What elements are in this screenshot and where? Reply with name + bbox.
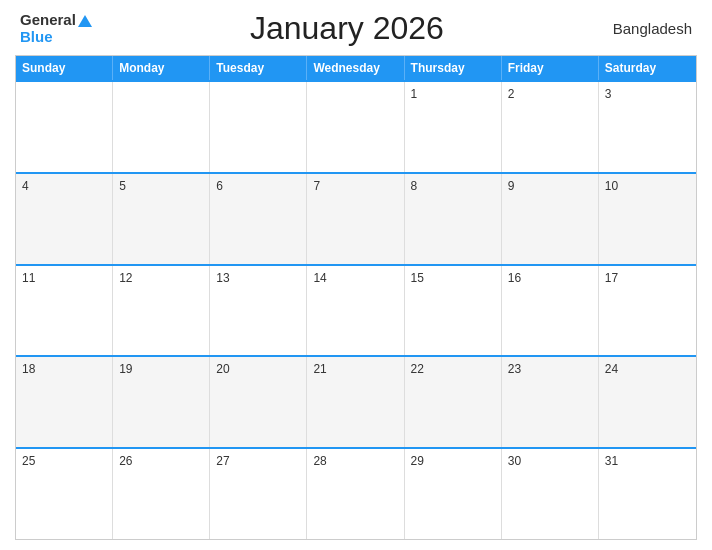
day-number: 7 bbox=[313, 179, 320, 193]
day-cell: 24 bbox=[599, 357, 696, 447]
day-cell: 20 bbox=[210, 357, 307, 447]
day-number: 9 bbox=[508, 179, 515, 193]
day-cell: 30 bbox=[502, 449, 599, 539]
day-cell bbox=[16, 82, 113, 172]
day-number: 29 bbox=[411, 454, 424, 468]
calendar-grid: Sunday Monday Tuesday Wednesday Thursday… bbox=[15, 55, 697, 540]
day-number: 1 bbox=[411, 87, 418, 101]
day-cell: 23 bbox=[502, 357, 599, 447]
day-number: 2 bbox=[508, 87, 515, 101]
week-row: 123 bbox=[16, 80, 696, 172]
header-monday: Monday bbox=[113, 56, 210, 80]
week-row: 45678910 bbox=[16, 172, 696, 264]
logo-triangle-icon bbox=[78, 15, 92, 27]
logo: General Blue bbox=[20, 12, 92, 45]
weeks-container: 1234567891011121314151617181920212223242… bbox=[16, 80, 696, 539]
week-row: 18192021222324 bbox=[16, 355, 696, 447]
logo-general-text: General bbox=[20, 12, 92, 29]
day-number: 25 bbox=[22, 454, 35, 468]
header-tuesday: Tuesday bbox=[210, 56, 307, 80]
day-cell: 19 bbox=[113, 357, 210, 447]
day-cell: 27 bbox=[210, 449, 307, 539]
day-cell: 15 bbox=[405, 266, 502, 356]
day-number: 16 bbox=[508, 271, 521, 285]
day-number: 28 bbox=[313, 454, 326, 468]
day-cell: 31 bbox=[599, 449, 696, 539]
day-number: 4 bbox=[22, 179, 29, 193]
day-number: 26 bbox=[119, 454, 132, 468]
day-number: 20 bbox=[216, 362, 229, 376]
day-number: 15 bbox=[411, 271, 424, 285]
day-number: 11 bbox=[22, 271, 35, 285]
header-wednesday: Wednesday bbox=[307, 56, 404, 80]
day-number: 18 bbox=[22, 362, 35, 376]
logo-blue-text: Blue bbox=[20, 29, 53, 46]
country-label: Bangladesh bbox=[602, 20, 692, 37]
day-cell: 29 bbox=[405, 449, 502, 539]
day-cell: 14 bbox=[307, 266, 404, 356]
day-cell: 2 bbox=[502, 82, 599, 172]
day-cell: 8 bbox=[405, 174, 502, 264]
day-number: 14 bbox=[313, 271, 326, 285]
day-cell bbox=[210, 82, 307, 172]
day-cell: 12 bbox=[113, 266, 210, 356]
day-headers-row: Sunday Monday Tuesday Wednesday Thursday… bbox=[16, 56, 696, 80]
day-cell: 25 bbox=[16, 449, 113, 539]
day-number: 6 bbox=[216, 179, 223, 193]
calendar-container: General Blue January 2026 Bangladesh Sun… bbox=[0, 0, 712, 550]
day-cell: 13 bbox=[210, 266, 307, 356]
day-number: 23 bbox=[508, 362, 521, 376]
day-cell: 6 bbox=[210, 174, 307, 264]
day-cell: 10 bbox=[599, 174, 696, 264]
day-number: 12 bbox=[119, 271, 132, 285]
header-saturday: Saturday bbox=[599, 56, 696, 80]
calendar-header: General Blue January 2026 Bangladesh bbox=[15, 10, 697, 47]
day-cell: 18 bbox=[16, 357, 113, 447]
calendar-title: January 2026 bbox=[92, 10, 602, 47]
day-cell: 9 bbox=[502, 174, 599, 264]
day-number: 8 bbox=[411, 179, 418, 193]
day-cell: 22 bbox=[405, 357, 502, 447]
day-number: 27 bbox=[216, 454, 229, 468]
day-number: 22 bbox=[411, 362, 424, 376]
day-cell: 4 bbox=[16, 174, 113, 264]
header-thursday: Thursday bbox=[405, 56, 502, 80]
day-number: 17 bbox=[605, 271, 618, 285]
header-friday: Friday bbox=[502, 56, 599, 80]
day-number: 21 bbox=[313, 362, 326, 376]
day-number: 19 bbox=[119, 362, 132, 376]
day-number: 13 bbox=[216, 271, 229, 285]
day-cell: 11 bbox=[16, 266, 113, 356]
day-number: 5 bbox=[119, 179, 126, 193]
day-number: 3 bbox=[605, 87, 612, 101]
day-number: 24 bbox=[605, 362, 618, 376]
day-cell: 17 bbox=[599, 266, 696, 356]
day-number: 10 bbox=[605, 179, 618, 193]
week-row: 11121314151617 bbox=[16, 264, 696, 356]
header-sunday: Sunday bbox=[16, 56, 113, 80]
day-cell: 7 bbox=[307, 174, 404, 264]
day-cell: 21 bbox=[307, 357, 404, 447]
day-cell: 16 bbox=[502, 266, 599, 356]
week-row: 25262728293031 bbox=[16, 447, 696, 539]
day-cell: 1 bbox=[405, 82, 502, 172]
day-number: 31 bbox=[605, 454, 618, 468]
day-cell bbox=[307, 82, 404, 172]
day-cell bbox=[113, 82, 210, 172]
day-number: 30 bbox=[508, 454, 521, 468]
day-cell: 28 bbox=[307, 449, 404, 539]
day-cell: 5 bbox=[113, 174, 210, 264]
day-cell: 3 bbox=[599, 82, 696, 172]
day-cell: 26 bbox=[113, 449, 210, 539]
